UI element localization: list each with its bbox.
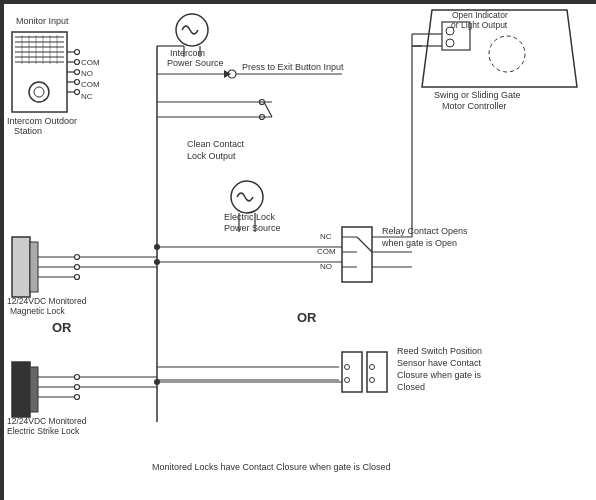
svg-text:Closed: Closed (397, 382, 425, 392)
wiring-diagram: Monitor Input COM NO COM NC Intercom Pow… (0, 0, 596, 500)
svg-text:NO: NO (81, 69, 93, 78)
svg-text:Press to Exit Button Input: Press to Exit Button Input (242, 62, 344, 72)
svg-text:Motor Controller: Motor Controller (442, 101, 507, 111)
svg-text:NC: NC (320, 232, 332, 241)
svg-rect-55 (30, 242, 38, 292)
svg-text:COM: COM (81, 58, 100, 67)
svg-point-78 (154, 244, 160, 250)
svg-text:COM: COM (317, 247, 336, 256)
svg-text:Power Source: Power Source (167, 58, 224, 68)
svg-text:or Light Output: or Light Output (451, 20, 508, 30)
svg-text:12/24VDC Monitored: 12/24VDC Monitored (7, 416, 87, 426)
svg-text:Electric Lock: Electric Lock (224, 212, 276, 222)
svg-text:Magnetic Lock: Magnetic Lock (10, 306, 66, 316)
svg-text:Power Source: Power Source (224, 223, 281, 233)
svg-text:Intercom Outdoor: Intercom Outdoor (7, 116, 77, 126)
svg-rect-66 (30, 367, 38, 412)
svg-text:Monitored Locks have Contact C: Monitored Locks have Contact Closure whe… (152, 462, 391, 472)
svg-rect-65 (12, 362, 30, 417)
svg-text:Closure when gate is: Closure when gate is (397, 370, 482, 380)
svg-rect-95 (342, 352, 362, 392)
svg-text:NC: NC (81, 92, 93, 101)
svg-point-49 (231, 181, 263, 213)
monitor-input-label: Monitor Input (16, 16, 69, 26)
svg-rect-54 (12, 237, 30, 297)
svg-text:Clean Contact: Clean Contact (187, 139, 245, 149)
svg-text:Open Indicator: Open Indicator (452, 10, 508, 20)
svg-text:Station: Station (14, 126, 42, 136)
svg-text:Sensor have Contact: Sensor have Contact (397, 358, 482, 368)
svg-rect-96 (367, 352, 387, 392)
svg-point-30 (176, 14, 208, 46)
svg-text:COM: COM (81, 80, 100, 89)
svg-text:Electric Strike Lock: Electric Strike Lock (7, 426, 80, 436)
svg-text:Relay Contact Opens: Relay Contact Opens (382, 226, 468, 236)
svg-text:OR: OR (297, 310, 317, 325)
svg-text:NO: NO (320, 262, 332, 271)
svg-text:Lock Output: Lock Output (187, 151, 236, 161)
svg-text:when gate is Open: when gate is Open (381, 238, 457, 248)
svg-text:Swing or Sliding Gate: Swing or Sliding Gate (434, 90, 521, 100)
svg-text:OR: OR (52, 320, 72, 335)
svg-text:Reed Switch Position: Reed Switch Position (397, 346, 482, 356)
svg-rect-81 (342, 227, 372, 282)
svg-point-79 (154, 259, 160, 265)
svg-text:12/24VDC Monitored: 12/24VDC Monitored (7, 296, 87, 306)
